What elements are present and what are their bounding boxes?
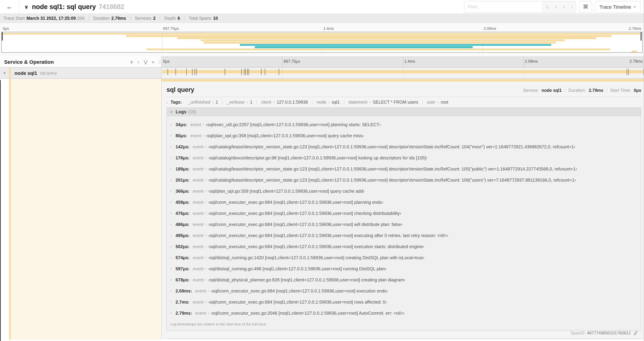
- log-row[interactable]: ›142μs:event=‹sql/catalog/lease/descript…: [167, 141, 641, 152]
- tag-item: node=sql1: [312, 100, 344, 105]
- timeline-minimap[interactable]: [2, 32, 642, 53]
- logs-header[interactable]: ∨ Logs (18): [167, 108, 641, 116]
- spanid-label: SpanID:: [570, 330, 586, 335]
- tags-row[interactable]: › Tags: _unfinished=1_verbose=1client=12…: [166, 99, 641, 106]
- equals-sign: =: [205, 222, 207, 226]
- log-row[interactable]: ›189μs:event=‹sql/catalog/lease/descript…: [167, 163, 641, 174]
- log-marker-tick: [265, 69, 265, 75]
- span-duration-bar[interactable]: [162, 70, 643, 74]
- back-button[interactable]: ←: [0, 0, 20, 14]
- log-row[interactable]: ›366μs:event=‹sql/plan_opt.go:358 [nsql1…: [167, 185, 641, 196]
- log-marker-tick: [279, 69, 279, 75]
- equals-sign: =: [369, 101, 371, 104]
- detail-operation-title: sql query: [166, 86, 194, 94]
- next-match-icon[interactable]: ∨: [562, 4, 566, 9]
- log-row[interactable]: ›459μs:event=‹sql/conn_executor_exec.go:…: [167, 196, 641, 208]
- log-row[interactable]: ›597μs:event=‹sql/distsql_running.go:498…: [167, 263, 641, 274]
- log-timestamp: 201μs:: [176, 177, 190, 182]
- equals-sign: =: [205, 256, 207, 259]
- log-marker-tick: [168, 69, 168, 75]
- log-row[interactable]: ›678μs:event=‹sql/distsql_physical_plann…: [167, 274, 641, 285]
- tag-item: statement=SELECT * FROM users: [344, 100, 423, 105]
- log-row[interactable]: ›486μs:event=‹sql/conn_executor_exec.go:…: [167, 219, 641, 230]
- log-row[interactable]: ›2.7ms:event=‹sql/conn_executor_exec.go:…: [167, 296, 641, 307]
- log-row[interactable]: ›476μs:event=‹sql/conn_executor_exec.go:…: [167, 208, 641, 219]
- span-collapse-icon[interactable]: ∨: [3, 71, 6, 75]
- detail-span-bar[interactable]: [162, 79, 644, 82]
- clear-find-icon[interactable]: ×: [570, 4, 573, 9]
- collapse-one-icon[interactable]: ∨: [130, 59, 133, 64]
- chevron-right-icon: ›: [170, 278, 176, 282]
- expand-one-icon[interactable]: ›: [138, 59, 139, 64]
- ruler-gridline: [524, 56, 524, 67]
- minimap-span-bar: [201, 40, 565, 42]
- service-color-stripe: [9, 68, 11, 78]
- trace-collapse-icon[interactable]: ∨: [24, 4, 28, 10]
- minimap-drag-handle-left[interactable]: [2, 32, 3, 41]
- column-resizer-grip[interactable]: [159, 60, 160, 64]
- log-event-key: event: [193, 210, 204, 216]
- divider: [166, 338, 641, 338]
- log-marker-tick: [176, 69, 176, 75]
- span-service-name: node sql1: [14, 70, 37, 76]
- minimap-span-bar: [631, 51, 637, 53]
- equals-sign: =: [205, 167, 207, 171]
- trace-view-select[interactable]: Trace Timeline ∨: [595, 1, 640, 13]
- chevron-down-icon: ∨: [170, 110, 172, 114]
- equals-sign: =: [205, 200, 207, 204]
- ruler-tick-label: 697.75μs: [284, 59, 300, 63]
- left-scrollbar[interactable]: [0, 80, 1, 341]
- keyboard-shortcuts-button[interactable]: ⌘: [579, 1, 592, 13]
- log-timestamp: 189μs:: [176, 166, 190, 171]
- log-event-key: event: [193, 244, 204, 249]
- chevron-right-icon: ›: [170, 244, 176, 248]
- log-row[interactable]: ›80μs:event=‹sql/plan_opt.go:358 [nsql1,…: [167, 130, 641, 141]
- log-event-value: ‹sql/catalog/descs/descriptor.go:98 [nsq…: [208, 155, 427, 160]
- link-icon[interactable]: [633, 331, 638, 335]
- detail-left-fill: [11, 79, 161, 339]
- span-row-name-cell[interactable]: ∨ node sql1 sql query: [0, 68, 162, 79]
- log-event-value: ‹sql/conn_executor_exec.go:684 [nsql1,cl…: [208, 244, 424, 249]
- log-timestamp: 495μs:: [176, 233, 190, 238]
- log-row[interactable]: ›176μs:event=‹sql/catalog/descs/descript…: [167, 152, 641, 163]
- prev-match-icon[interactable]: ∧: [554, 4, 558, 9]
- collapse-all-icon[interactable]: ⋁: [144, 59, 147, 64]
- equals-sign: =: [205, 189, 207, 193]
- log-row[interactable]: ›574μs:event=‹sql/distsql_running.go:142…: [167, 252, 641, 263]
- log-marker-tick: [194, 69, 195, 75]
- find-input[interactable]: [464, 1, 542, 12]
- tag-key: node: [317, 100, 326, 105]
- log-row[interactable]: ›34μs:event=‹sql/exec_util.go:2297 [nsql…: [167, 119, 641, 130]
- equals-sign: =: [205, 211, 207, 215]
- log-event-key: event: [193, 177, 204, 182]
- minimap-span-bar: [204, 42, 556, 44]
- trace-id: 7418682: [99, 3, 124, 11]
- log-row[interactable]: ›2.69ms:event=‹sql/conn_executor_exec.go…: [167, 285, 641, 296]
- log-row[interactable]: ›201μs:event=‹sql/catalog/lease/descript…: [167, 174, 641, 185]
- log-row[interactable]: ›495μs:event=‹sql/conn_executor_exec.go:…: [167, 230, 641, 241]
- minimap-drag-handle-right[interactable]: [640, 32, 642, 41]
- span-timeline-track[interactable]: [162, 68, 644, 79]
- log-row[interactable]: ›502μs:event=‹sql/conn_executor_exec.go:…: [167, 241, 641, 252]
- trace-title: node sql1: sql query: [32, 3, 96, 11]
- chevron-right-icon: ›: [170, 255, 176, 259]
- scope-icon[interactable]: ◎: [546, 4, 550, 9]
- log-event-key: event: [193, 266, 204, 271]
- log-timestamp: 502μs:: [176, 244, 190, 249]
- log-timestamp: 2.7ms:: [176, 299, 190, 304]
- log-marker-tick: [225, 69, 225, 75]
- tag-value: 127.0.0.1:59936: [277, 100, 308, 105]
- ruler-tick-label: 1.4ms: [324, 26, 334, 31]
- tag-item: client=127.0.0.1:59936: [257, 100, 312, 105]
- log-event-value: ‹sql/catalog/lease/descriptor_version_st…: [208, 177, 576, 182]
- log-event-value: ‹sql/conn_executor_exec.go:684 [nsql1,cl…: [208, 199, 383, 205]
- command-icon: ⌘: [583, 4, 588, 10]
- spanid-row: SpanID: 4877749850101760812: [166, 330, 641, 338]
- expand-all-icon[interactable]: »: [152, 59, 154, 64]
- log-row[interactable]: ›2.79ms:event=‹sql/conn_executor_exec.go…: [167, 307, 641, 318]
- log-marker-tick: [628, 69, 629, 75]
- trace-page: ← ∨ node sql1: sql query 7418682 ◎ ∧ ∨ ×…: [0, 0, 644, 341]
- equals-sign: =: [212, 101, 214, 104]
- log-event-key: event: [193, 166, 204, 171]
- chevron-right-icon: ›: [170, 189, 176, 193]
